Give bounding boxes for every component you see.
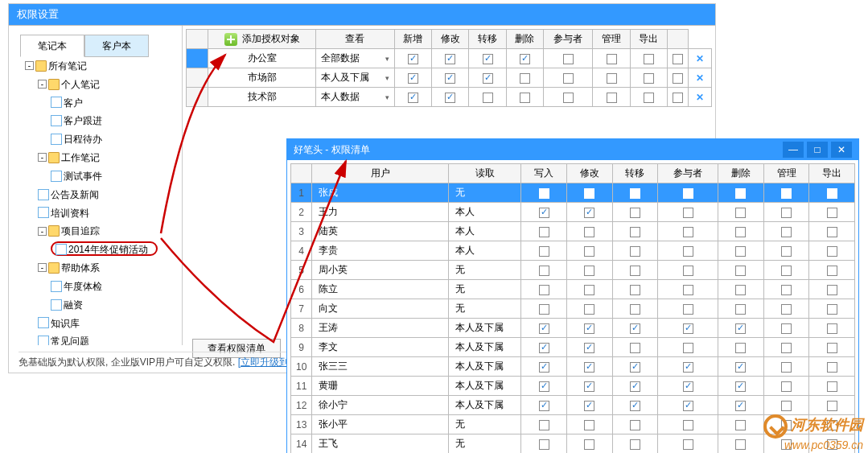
perm-checkbox[interactable] (673, 93, 683, 103)
perm-row[interactable]: 办公室全部数据▾✕ (187, 49, 712, 68)
user-perm-checkbox[interactable] (539, 323, 549, 334)
user-perm-checkbox[interactable] (539, 227, 549, 237)
perm-checkbox[interactable] (673, 54, 683, 64)
user-perm-row[interactable]: 2王力本人 (291, 203, 855, 222)
user-perm-checkbox[interactable] (781, 401, 792, 411)
user-perm-checkbox[interactable] (735, 246, 746, 257)
user-perm-checkbox[interactable] (827, 381, 837, 392)
user-perm-checkbox[interactable] (539, 439, 549, 450)
user-perm-checkbox[interactable] (539, 381, 549, 392)
user-perm-checkbox[interactable] (630, 266, 640, 276)
user-perm-checkbox[interactable] (781, 285, 792, 295)
tree-toggler[interactable]: - (38, 227, 47, 236)
user-perm-checkbox[interactable] (630, 362, 640, 373)
user-perm-checkbox[interactable] (630, 208, 640, 218)
user-perm-row[interactable]: 3陆英本人 (291, 222, 855, 241)
user-perm-checkbox[interactable] (584, 401, 594, 411)
user-perm-checkbox[interactable] (735, 208, 746, 218)
perm-scope-dropdown[interactable]: 全部数据▾ (316, 49, 395, 68)
user-perm-row[interactable]: 4李贵本人 (291, 241, 855, 261)
user-perm-checkbox[interactable] (630, 439, 640, 450)
user-perm-checkbox[interactable] (827, 227, 837, 237)
user-perm-checkbox[interactable] (827, 323, 837, 334)
perm-checkbox[interactable] (408, 73, 418, 84)
user-perm-checkbox[interactable] (781, 381, 792, 392)
close-button[interactable]: ✕ (831, 142, 852, 158)
user-perm-checkbox[interactable] (584, 188, 594, 199)
tab-notebook[interactable]: 笔记本 (20, 35, 84, 57)
perm-checkbox[interactable] (644, 54, 654, 64)
user-perm-checkbox[interactable] (781, 208, 792, 218)
user-perm-checkbox[interactable] (781, 420, 792, 430)
user-perm-checkbox[interactable] (781, 362, 792, 373)
perm-checkbox[interactable] (483, 54, 493, 64)
user-perm-checkbox[interactable] (584, 246, 594, 257)
user-perm-checkbox[interactable] (584, 285, 594, 295)
user-perm-checkbox[interactable] (630, 323, 640, 334)
user-perm-checkbox[interactable] (735, 227, 746, 237)
user-perm-checkbox[interactable] (735, 381, 746, 392)
minimize-button[interactable]: — (783, 142, 804, 158)
user-perm-checkbox[interactable] (827, 401, 837, 411)
user-perm-checkbox[interactable] (630, 188, 640, 199)
perm-checkbox[interactable] (445, 93, 455, 103)
user-perm-checkbox[interactable] (683, 208, 693, 218)
user-perm-row[interactable]: 10张三三本人及下属 (291, 357, 855, 377)
user-perm-checkbox[interactable] (584, 343, 594, 353)
user-perm-checkbox[interactable] (539, 401, 549, 411)
delete-row-icon[interactable]: ✕ (696, 92, 704, 103)
delete-row-icon[interactable]: ✕ (696, 53, 704, 64)
user-perm-checkbox[interactable] (539, 343, 549, 353)
perm-row[interactable]: 技术部本人数据▾✕ (187, 88, 712, 107)
perm-checkbox[interactable] (563, 54, 574, 64)
user-perm-checkbox[interactable] (735, 266, 746, 276)
user-perm-checkbox[interactable] (827, 208, 837, 218)
user-perm-checkbox[interactable] (630, 381, 640, 392)
perm-checkbox[interactable] (644, 93, 654, 103)
user-perm-checkbox[interactable] (584, 420, 594, 430)
user-perm-row[interactable]: 8王涛本人及下属 (291, 319, 855, 338)
user-perm-row[interactable]: 5周小英无 (291, 261, 855, 280)
user-perm-checkbox[interactable] (584, 208, 594, 218)
user-perm-checkbox[interactable] (781, 188, 792, 199)
perm-scope-dropdown[interactable]: 本人及下属▾ (316, 68, 395, 88)
tree-schedule[interactable]: 日程待办 (64, 134, 102, 145)
user-perm-checkbox[interactable] (539, 208, 549, 218)
user-perm-checkbox[interactable] (827, 362, 837, 373)
perm-checkbox[interactable] (563, 93, 574, 103)
user-perm-checkbox[interactable] (630, 401, 640, 411)
user-perm-checkbox[interactable] (539, 266, 549, 276)
tree-toggler[interactable]: - (38, 153, 47, 162)
user-perm-checkbox[interactable] (735, 188, 746, 199)
user-perm-checkbox[interactable] (781, 323, 792, 334)
user-perm-checkbox[interactable] (827, 304, 837, 315)
user-perm-checkbox[interactable] (827, 188, 837, 199)
user-perm-checkbox[interactable] (781, 343, 792, 353)
user-perm-checkbox[interactable] (827, 285, 837, 295)
user-perm-checkbox[interactable] (827, 343, 837, 353)
perm-checkbox[interactable] (408, 54, 418, 64)
user-perm-checkbox[interactable] (683, 323, 693, 334)
user-perm-checkbox[interactable] (584, 227, 594, 237)
user-perm-checkbox[interactable] (539, 362, 549, 373)
user-perm-checkbox[interactable] (630, 420, 640, 430)
user-perm-checkbox[interactable] (781, 246, 792, 257)
user-perm-checkbox[interactable] (539, 304, 549, 315)
tree-testevent[interactable]: 测试事件 (64, 171, 102, 182)
user-perm-checkbox[interactable] (683, 439, 693, 450)
user-perm-checkbox[interactable] (735, 439, 746, 450)
tree-health[interactable]: 年度体检 (64, 281, 102, 292)
user-perm-checkbox[interactable] (683, 188, 693, 199)
perm-checkbox[interactable] (483, 73, 493, 84)
user-perm-checkbox[interactable] (827, 246, 837, 257)
user-perm-checkbox[interactable] (683, 401, 693, 411)
user-perm-checkbox[interactable] (630, 304, 640, 315)
perm-checkbox[interactable] (445, 73, 455, 84)
tree-faq[interactable]: 常见问题 (51, 336, 89, 345)
upgrade-link[interactable]: [立即升级到 (238, 356, 289, 368)
user-perm-row[interactable]: 7向文无 (291, 299, 855, 319)
user-perm-checkbox[interactable] (735, 420, 746, 430)
user-perm-checkbox[interactable] (683, 343, 693, 353)
user-perm-checkbox[interactable] (683, 420, 693, 430)
tree-toggler[interactable]: - (25, 61, 34, 70)
